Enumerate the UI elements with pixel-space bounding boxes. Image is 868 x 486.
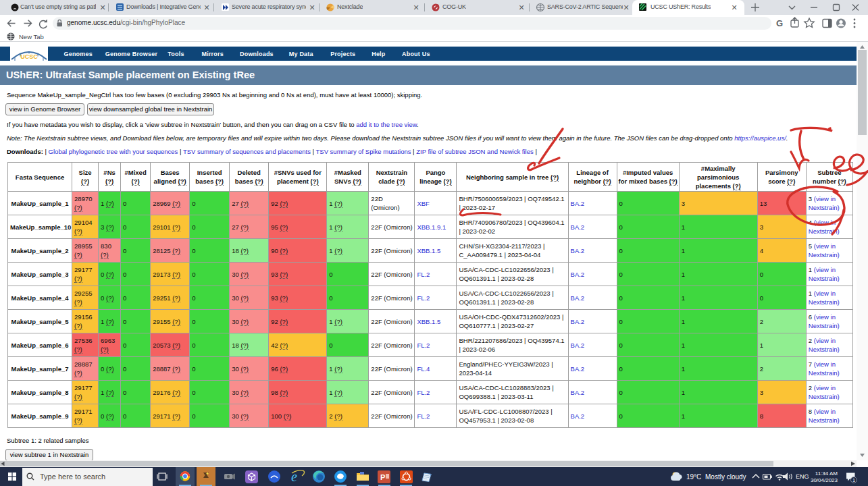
svg-text:P: P <box>380 473 385 481</box>
svg-text:19°C: 19°C <box>686 473 701 481</box>
svg-text:11:34 AM: 11:34 AM <box>815 470 838 477</box>
svg-text:UCSC: UCSC <box>20 53 38 60</box>
svg-text:30/04/2023: 30/04/2023 <box>811 477 838 483</box>
svg-text:Mostly cloudy: Mostly cloudy <box>705 473 746 481</box>
svg-text:G: G <box>776 18 783 28</box>
svg-text:1: 1 <box>852 477 855 483</box>
svg-text:ENG: ENG <box>796 473 809 480</box>
